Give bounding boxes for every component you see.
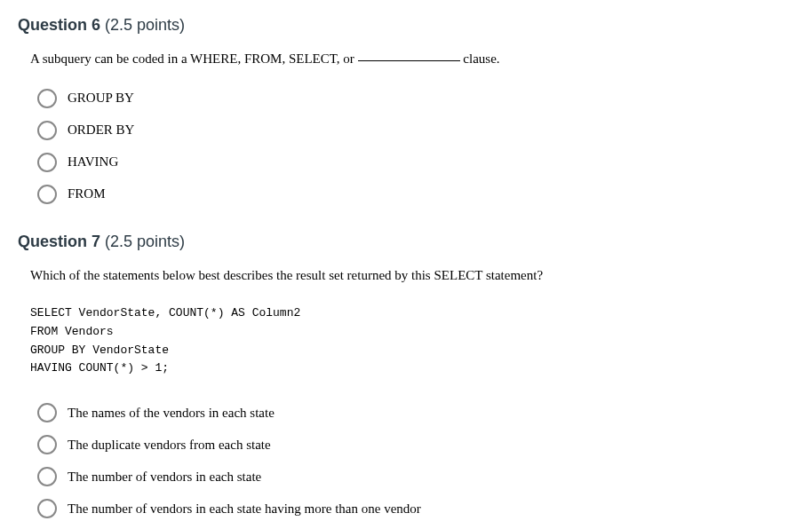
question-7-prompt: Which of the statements below best descr…	[30, 265, 794, 286]
question-7: Question 7 (2.5 points) Which of the sta…	[18, 233, 794, 519]
radio-icon	[37, 435, 57, 454]
radio-icon	[37, 467, 57, 486]
fill-blank	[358, 60, 460, 61]
option-order-by[interactable]: ORDER BY	[37, 121, 794, 140]
option-number-vendors-more-than-one[interactable]: The number of vendors in each state havi…	[37, 499, 794, 518]
option-duplicate-vendors[interactable]: The duplicate vendors from each state	[37, 435, 794, 454]
option-from[interactable]: FROM	[37, 185, 794, 204]
option-number-vendors[interactable]: The number of vendors in each state	[37, 467, 794, 486]
radio-icon	[37, 185, 57, 204]
prompt-text-after: clause.	[460, 51, 500, 66]
option-names-vendors[interactable]: The names of the vendors in each state	[37, 403, 794, 422]
option-label: ORDER BY	[68, 122, 134, 138]
option-having[interactable]: HAVING	[37, 153, 794, 172]
sql-code-block: SELECT VendorState, COUNT(*) AS Column2 …	[30, 304, 794, 378]
option-label: GROUP BY	[68, 91, 134, 106]
option-label: The number of vendors in each state havi…	[68, 501, 421, 517]
question-6-options: GROUP BY ORDER BY HAVING FROM	[37, 89, 794, 204]
question-6-title: Question 6	[18, 16, 100, 34]
question-7-header: Question 7 (2.5 points)	[18, 233, 794, 251]
radio-icon	[37, 89, 57, 108]
option-label: The number of vendors in each state	[68, 470, 261, 485]
question-7-options: The names of the vendors in each state T…	[37, 403, 794, 518]
option-label: FROM	[68, 186, 106, 201]
option-label: The names of the vendors in each state	[68, 406, 275, 421]
radio-icon	[37, 153, 57, 172]
option-group-by[interactable]: GROUP BY	[37, 89, 794, 108]
radio-icon	[37, 499, 57, 518]
question-6-header: Question 6 (2.5 points)	[18, 16, 794, 35]
option-label: HAVING	[68, 154, 118, 170]
prompt-text-before: A subquery can be coded in a WHERE, FROM…	[30, 51, 358, 66]
option-label: The duplicate vendors from each state	[68, 438, 271, 453]
question-6-points: (2.5 points)	[105, 16, 185, 34]
radio-icon	[37, 403, 57, 422]
question-6: Question 6 (2.5 points) A subquery can b…	[18, 16, 794, 204]
question-7-title: Question 7	[18, 233, 100, 250]
question-7-points: (2.5 points)	[105, 233, 185, 250]
question-6-prompt: A subquery can be coded in a WHERE, FROM…	[30, 49, 794, 69]
radio-icon	[37, 121, 57, 140]
